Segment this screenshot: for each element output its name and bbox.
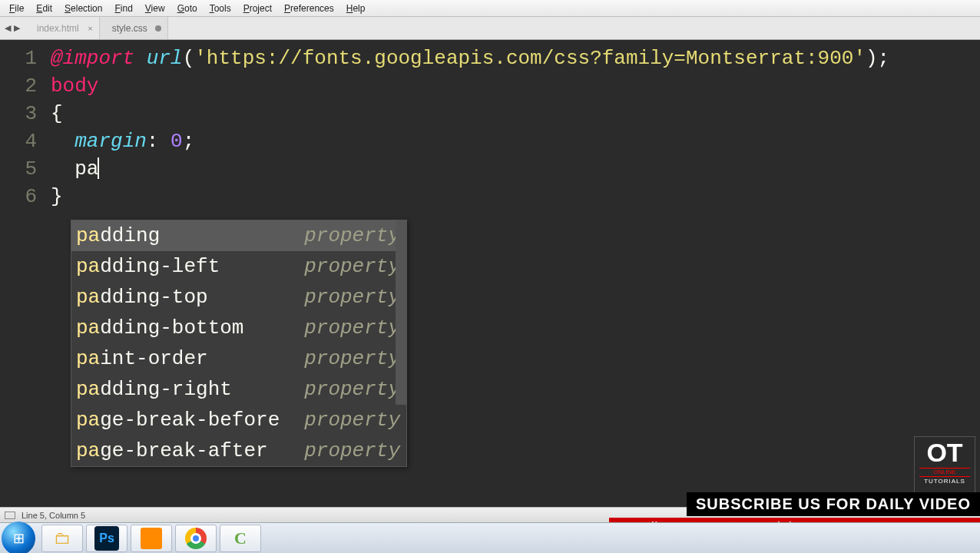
taskbar-explorer[interactable]: 🗀 [41,525,83,552]
line-number-gutter: 1 2 3 4 5 6 [0,40,45,507]
line-number: 3 [0,100,37,127]
autocomplete-item[interactable]: padding-left property [71,251,406,282]
code-line-5: pa [51,155,980,183]
tab-nav-arrows: ◀ ▶ [0,17,25,39]
autocomplete-scrollbar[interactable] [396,220,406,405]
line-number: 2 [0,72,37,100]
menu-help[interactable]: Help [340,2,372,15]
line-number: 1 [0,45,37,72]
taskbar-chrome[interactable] [175,525,217,552]
menu-file[interactable]: File [3,2,30,15]
taskbar-camtasia[interactable]: C [220,525,261,552]
line-number: 5 [0,155,37,183]
line-number: 4 [0,127,37,155]
windows-icon: ⊞ [13,530,25,547]
menu-edit[interactable]: Edit [30,2,58,15]
menu-goto[interactable]: Goto [171,2,204,15]
code-line-3: { [51,100,980,127]
ot-logo: OT ONLINE TUTORIALS [914,436,975,495]
tab-nav-left-icon[interactable]: ◀ [5,23,11,33]
start-button[interactable]: ⊞ [2,522,35,554]
tab-label: index.html [37,23,79,34]
menu-view[interactable]: View [139,2,171,15]
text-cursor-icon [98,157,99,179]
menubar: File Edit Selection Find View Goto Tools… [0,0,980,17]
camtasia-icon: C [234,528,247,548]
menu-project[interactable]: Project [237,2,278,15]
menu-tools[interactable]: Tools [204,2,237,15]
autocomplete-item[interactable]: padding-bottom property [71,313,406,343]
autocomplete-item[interactable]: padding-top property [71,282,406,313]
code-line-1: @import url('https://fonts.googleapis.co… [51,45,980,72]
chrome-icon [185,528,207,549]
panel-switcher-icon[interactable] [5,512,15,519]
tab-nav-right-icon[interactable]: ▶ [14,23,20,33]
autocomplete-item[interactable]: padding-right property [71,374,406,405]
editor[interactable]: 1 2 3 4 5 6 @import url('https://fonts.g… [0,40,980,507]
tab-label: style.css [112,23,147,34]
dirty-indicator-icon [155,25,161,31]
menu-preferences[interactable]: Preferences [278,2,340,15]
autocomplete-item[interactable]: page-break-after property [71,435,406,466]
folder-icon: 🗀 [54,528,71,548]
autocomplete-item[interactable]: padding property [71,220,406,251]
autocomplete-item[interactable]: paint-order property [71,343,406,374]
taskbar-photoshop[interactable]: Ps [86,525,127,552]
tabbar: ◀ ▶ index.html × style.css [0,17,980,40]
menu-find[interactable]: Find [108,2,138,15]
code-line-6: } [51,183,980,210]
autocomplete-item[interactable]: page-break-before property [71,405,406,435]
tab-index-html[interactable]: index.html × [25,17,100,39]
code-line-2: body [51,72,980,100]
subscribe-banner: SUBSCRIBE US FOR DAILY VIDEO [687,492,980,516]
cursor-position: Line 5, Column 5 [22,511,85,520]
sublime-icon [141,528,162,549]
taskbar-sublime[interactable] [131,525,172,552]
autocomplete-popup: padding property padding-left property p… [71,220,407,467]
windows-taskbar: ⊞ 🗀 Ps C [0,522,980,553]
code-line-4: margin: 0; [51,127,980,155]
close-icon[interactable]: × [88,24,92,33]
menu-selection[interactable]: Selection [58,2,108,15]
photoshop-icon: Ps [94,526,119,551]
line-number: 6 [0,183,37,210]
tab-style-css[interactable]: style.css [100,17,168,39]
